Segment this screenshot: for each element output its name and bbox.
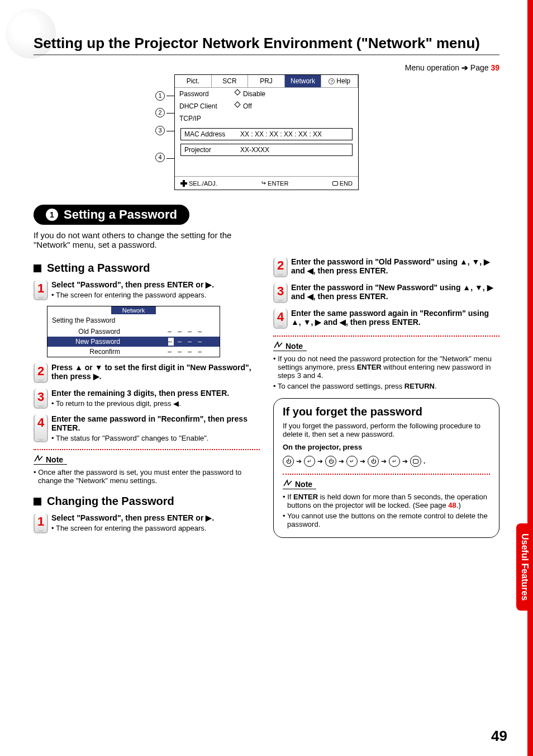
step-4: 4 Enter the same password in "Reconfirm"…: [34, 414, 260, 442]
note-list-right: If you do not need the password protecti…: [273, 355, 499, 390]
step-1-text: Select "Password", then press ENTER or ▶…: [51, 280, 214, 289]
heading1-text: Setting a Password: [47, 262, 150, 275]
step-4-sub: The status for "Password" changes to "En…: [51, 434, 260, 442]
note-list: Once after the password is set, you must…: [34, 468, 260, 485]
end-icon: [332, 181, 338, 186]
mini-osd-header: Network: [111, 306, 156, 314]
mini-osd-title: Setting the Password: [47, 314, 220, 327]
step-number: 4: [34, 414, 48, 442]
right-column: 2 Enter the password in "Old Password" u…: [273, 257, 499, 539]
enter-icon: ↵: [389, 456, 400, 467]
mini-osd-reconfirm: Reconfirm– – – –: [47, 347, 220, 357]
osd-tab-prj: PRJ: [248, 75, 285, 88]
note-icon: [273, 341, 283, 351]
osd-tabs: Pict. SCR PRJ Network ?Help: [175, 75, 358, 88]
forget-password-box: If you forget the password If you forget…: [273, 398, 499, 538]
step-2-text: Press ▲ or ▼ to set the first digit in "…: [51, 363, 260, 381]
osd-tab-help-label: Help: [336, 77, 350, 85]
osd-tab-network: Network: [285, 75, 322, 88]
step-2: 2 Press ▲ or ▼ to set the first digit in…: [34, 363, 260, 383]
step-4-text: Enter the same password in "Reconfirm", …: [51, 414, 260, 432]
osd-password-value: Disable: [243, 90, 265, 98]
osd-mac-value: XX : XX : XX : XX : XX : XX: [240, 130, 322, 138]
enter-icon: ↵: [261, 179, 266, 187]
osd-row-dhcp: DHCP Client Off: [175, 100, 358, 112]
osd-proj-value: XX-XXXX: [240, 146, 269, 154]
step-number: 3: [273, 283, 288, 303]
step-3-sub: To return to the previous digit, press ◀…: [51, 399, 229, 408]
osd-marker-3: 3: [155, 126, 165, 135]
change-step-2: 2 Enter the password in "Old Password" u…: [273, 257, 499, 277]
square-bullet-icon: [34, 264, 41, 272]
forget-title: If you forget the password: [283, 405, 490, 418]
mini-osd-password: Network Setting the Password Old Passwor…: [47, 306, 220, 357]
mini-reconf-label: Reconfirm: [47, 348, 131, 356]
standby-icon: ⏻: [368, 456, 379, 467]
dpad-icon: [180, 180, 187, 187]
osd-footer: SEL./ADJ. ↵ENTER END: [175, 176, 358, 190]
osd-marker-4: 4: [155, 153, 165, 162]
osd-password-label: Password: [179, 90, 235, 98]
button-sequence: ⏻➔ ↵➔ ⏻➔ ↵➔ ⏻➔ ↵➔ .: [283, 456, 490, 467]
osd-proj-box: Projector XX-XXXX: [180, 144, 353, 156]
osd-dhcp-value: Off: [243, 102, 252, 110]
forget-note-list: If ENTER is held down for more than 5 se…: [283, 493, 490, 528]
diamond-icon: [234, 101, 240, 107]
square-bullet-icon: [34, 498, 41, 505]
dotted-divider: [273, 336, 499, 337]
pill-text: Setting a Password: [64, 207, 177, 222]
step-number: 3: [34, 389, 48, 409]
step-number: 4: [273, 309, 288, 329]
menu-op-page-num: 39: [491, 63, 499, 72]
mini-new-label: New Password: [47, 338, 131, 346]
change-step-4: 4 Enter the same password again in "Reco…: [273, 309, 499, 329]
note-icon: [283, 479, 293, 489]
step-number: 1: [34, 513, 48, 533]
note-item: If ENTER is held down for more than 5 se…: [283, 493, 490, 509]
dotted-divider: [283, 474, 490, 475]
osd-footer-end: END: [340, 180, 353, 187]
note-item: You cannot use the buttons on the remote…: [283, 512, 490, 528]
diamond-icon: [234, 89, 240, 95]
standby-icon: ⏻: [325, 456, 336, 467]
mini-osd-new-pw: New Password– – – –: [47, 337, 220, 347]
step-number: 2: [273, 257, 288, 277]
help-icon: ?: [329, 78, 335, 84]
dotted-divider: [34, 449, 260, 450]
step-3: 3 Enter the remaining 3 digits, then pre…: [34, 389, 260, 409]
osd-menu: Pict. SCR PRJ Network ?Help Password Dis…: [174, 74, 359, 190]
change-step-1: 1 Select "Password", then press ENTER or…: [34, 513, 260, 533]
left-column: Setting a Password 1 Select "Password", …: [34, 257, 260, 539]
heading-changing-password: Changing the Password: [34, 495, 260, 508]
change-step-1-text: Select "Password", then press ENTER or ▶…: [51, 513, 214, 522]
menu-op-page-word: Page: [470, 63, 489, 72]
osd-marker-2: 2: [155, 108, 165, 117]
mini-old-label: Old Password: [47, 328, 131, 336]
note-icon: [34, 455, 44, 464]
step-1: 1 Select "Password", then press ENTER or…: [34, 280, 260, 300]
end-icon: [410, 456, 421, 467]
change-step-3: 3 Enter the password in "New Password" u…: [273, 283, 499, 303]
section-pill: 1 Setting a Password: [34, 205, 189, 225]
note-item: Once after the password is set, you must…: [34, 468, 260, 485]
note-heading: Note: [34, 455, 67, 465]
osd-dhcp-label: DHCP Client: [179, 102, 235, 110]
step-3-text: Enter the remaining 3 digits, then press…: [51, 389, 229, 398]
pill-number: 1: [46, 209, 58, 221]
osd-footer-enter: ENTER: [268, 180, 288, 187]
heading2-text: Changing the Password: [47, 495, 174, 508]
osd-mac-box: MAC Address XX : XX : XX : XX : XX : XX: [180, 128, 353, 140]
note-heading: Note: [273, 341, 307, 351]
enter-icon: ↵: [346, 456, 358, 467]
osd-mac-label: MAC Address: [184, 130, 240, 138]
change-step-3-text: Enter the password in "New Password" usi…: [291, 283, 499, 301]
forget-on-projector: On the projector, press: [283, 443, 490, 451]
note-label: Note: [46, 455, 63, 464]
mini-reconf-value: – – – –: [168, 348, 204, 356]
mini-osd-old-pw: Old Password– – – –: [47, 327, 220, 337]
note-heading: Note: [283, 479, 316, 489]
note-label: Note: [295, 480, 312, 489]
menu-op-text: Menu operation: [405, 63, 459, 72]
step-1-sub: The screen for entering the password app…: [51, 291, 214, 299]
change-step-4-text: Enter the same password again in "Reconf…: [291, 309, 499, 327]
